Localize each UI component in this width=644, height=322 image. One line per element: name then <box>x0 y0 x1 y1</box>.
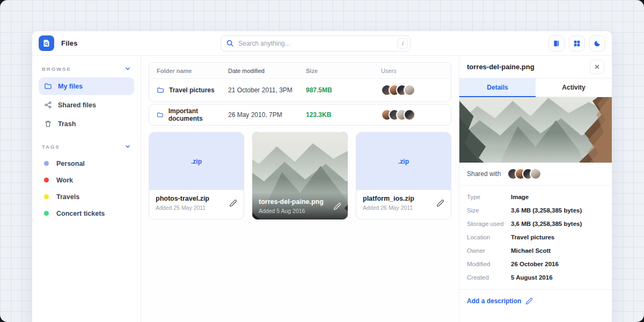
tag-label: Concert tickets <box>56 210 105 217</box>
file-cards: .zip photos-travel.zip Added 25 May 2011 <box>149 132 451 219</box>
app-window: Files / <box>32 31 612 322</box>
file-card-platform-ios[interactable]: .zip platform_ios.zip Added 26 May 2011 <box>356 132 451 219</box>
detail-row-size: Size 3,6 MB (3,258,385 bytes) <box>467 203 604 217</box>
user-avatars <box>381 84 415 96</box>
tag-color-dot <box>44 178 49 182</box>
app-logo <box>39 35 54 51</box>
user-avatars <box>381 109 415 121</box>
header-folder-name: Folder name <box>157 68 228 74</box>
file-search-icon <box>42 39 50 47</box>
date-modified: 21 October 2011, 3PM <box>228 86 306 94</box>
close-icon <box>594 64 600 70</box>
file-card-torres-del-paine[interactable]: torres-del-paine.png Added 5 Aug 2016 <box>252 132 348 219</box>
tag-item-personal[interactable]: Personal <box>39 155 134 172</box>
file-name: torres-del-paine.png <box>259 198 324 206</box>
file-name: photos-travel.zip <box>156 195 209 202</box>
search-icon <box>226 39 234 47</box>
topbar-actions <box>548 35 605 52</box>
page-background: Files / <box>0 0 644 322</box>
search-container: / <box>221 35 411 52</box>
edit-pencil-icon <box>525 297 533 305</box>
edit-pencil-icon[interactable] <box>436 199 444 207</box>
sidebar: BROWSE My files <box>32 56 141 322</box>
tag-color-dot <box>44 194 49 199</box>
zip-preview: .zip <box>149 133 244 190</box>
table-row-important-documents[interactable]: Important documents 26 May 2010, 7PM 123… <box>149 105 451 125</box>
tags-section-label: TAGS <box>42 144 60 150</box>
tag-color-dot <box>44 161 49 166</box>
top-bar: Files / <box>32 31 612 56</box>
trash-icon <box>44 120 52 128</box>
chevron-down-icon[interactable] <box>125 65 131 72</box>
tags-section-header[interactable]: TAGS <box>39 142 134 155</box>
tab-details[interactable]: Details <box>459 78 536 97</box>
browse-section-header[interactable]: BROWSE <box>39 64 134 77</box>
file-preview-image <box>459 97 612 163</box>
table-header-row: Folder name Date modified Size Users <box>149 63 451 79</box>
tag-item-concert-tickets[interactable]: Concert tickets <box>39 205 134 222</box>
grid-view-button[interactable] <box>569 35 585 52</box>
shared-with-label: Shared with <box>467 170 501 178</box>
detail-row-type: Type Image <box>467 190 604 203</box>
sidebar-item-label: My files <box>58 83 83 90</box>
file-card-photos-travel[interactable]: .zip photos-travel.zip Added 25 May 2011 <box>149 132 244 219</box>
edit-pencil-icon[interactable] <box>333 202 341 210</box>
file-added-date: Added 26 May 2011 <box>363 204 414 211</box>
library-button[interactable] <box>548 35 565 52</box>
sidebar-item-my-files[interactable]: My files <box>39 77 134 95</box>
book-icon <box>553 40 560 47</box>
search-shortcut-badge: / <box>398 38 408 49</box>
header-size: Size <box>306 68 381 74</box>
browse-section-label: BROWSE <box>42 66 71 72</box>
table-row-travel-pictures[interactable]: Travel pictures 21 October 2011, 3PM 987… <box>149 79 451 101</box>
folder-name: Important documents <box>169 107 228 122</box>
panel-file-title: torres-del-paine.png <box>467 63 535 71</box>
file-added-date: Added 25 May 2011 <box>156 204 209 211</box>
search-input[interactable] <box>221 35 411 52</box>
detail-row-created: Created 5 August 2016 <box>467 270 604 284</box>
avatar <box>530 168 541 180</box>
folder-name: Travel pictures <box>169 86 215 94</box>
file-size: 987.5MB <box>306 86 381 94</box>
tag-label: Travels <box>56 193 79 201</box>
detail-row-location: Location Travel pictures <box>467 230 604 244</box>
sidebar-item-label: Shared files <box>58 101 96 109</box>
folder-icon <box>44 82 52 90</box>
shared-with-avatars[interactable] <box>507 168 541 180</box>
folder-icon <box>157 86 164 94</box>
tag-color-dot <box>44 211 49 216</box>
page-title: Files <box>61 39 78 47</box>
grid-icon <box>573 40 581 47</box>
folders-table: Folder name Date modified Size Users Tra… <box>149 62 451 102</box>
file-details-list: Type Image Size 3,6 MB (3,258,385 bytes)… <box>459 186 612 286</box>
detail-row-modified: Modified 26 October 2016 <box>467 257 604 270</box>
detail-row-storage-used: Storage used 3,6 MB (3,258,385 bytes) <box>467 217 604 230</box>
sidebar-item-label: Trash <box>58 120 76 128</box>
folders-table-row-2: Important documents 26 May 2010, 7PM 123… <box>149 104 451 126</box>
date-modified: 26 May 2010, 7PM <box>228 111 306 119</box>
file-name: platform_ios.zip <box>363 195 414 202</box>
avatar <box>404 84 415 96</box>
edit-pencil-icon[interactable] <box>229 199 237 207</box>
dark-mode-toggle[interactable] <box>589 35 605 52</box>
chevron-down-icon[interactable] <box>125 143 131 150</box>
tag-label: Work <box>56 177 73 184</box>
detail-row-owner: Owner Michael Scott <box>467 244 604 257</box>
tab-activity[interactable]: Activity <box>536 78 612 97</box>
tag-item-travels[interactable]: Travels <box>39 188 134 205</box>
sidebar-item-trash[interactable]: Trash <box>39 115 134 133</box>
share-icon <box>44 101 52 109</box>
add-description-button[interactable]: Add a description <box>459 290 612 312</box>
close-panel-button[interactable] <box>590 60 604 74</box>
details-panel: torres-del-paine.png Details Activity <box>459 56 612 322</box>
zip-preview: .zip <box>356 133 451 190</box>
header-users: Users <box>381 68 443 74</box>
folder-icon <box>157 111 164 119</box>
panel-tabs: Details Activity <box>459 78 612 97</box>
tag-label: Personal <box>56 160 85 167</box>
main-content: Folder name Date modified Size Users Tra… <box>141 56 459 322</box>
avatar <box>404 109 415 121</box>
sidebar-item-shared-files[interactable]: Shared files <box>39 96 134 114</box>
header-date-modified: Date modified <box>228 68 306 74</box>
tag-item-work[interactable]: Work <box>39 172 134 188</box>
